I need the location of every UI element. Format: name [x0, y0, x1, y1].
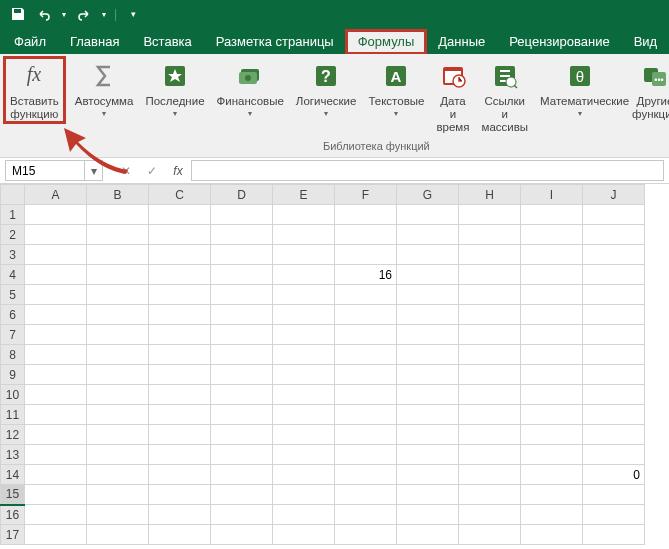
column-header[interactable]: B — [87, 185, 149, 205]
cell[interactable] — [583, 305, 645, 325]
cell[interactable] — [335, 325, 397, 345]
cell[interactable] — [397, 425, 459, 445]
cell[interactable] — [335, 405, 397, 425]
cell[interactable] — [87, 305, 149, 325]
row-header[interactable]: 14 — [1, 465, 25, 485]
cell[interactable] — [273, 465, 335, 485]
cell[interactable] — [583, 445, 645, 465]
cell[interactable] — [211, 405, 273, 425]
cell[interactable] — [25, 205, 87, 225]
cell[interactable] — [521, 245, 583, 265]
tab-data[interactable]: Данные — [426, 30, 497, 54]
cell[interactable] — [211, 225, 273, 245]
cell[interactable] — [273, 305, 335, 325]
cell[interactable] — [583, 285, 645, 305]
cell[interactable] — [273, 525, 335, 545]
cell[interactable] — [335, 505, 397, 525]
cell[interactable] — [87, 425, 149, 445]
row-header[interactable]: 8 — [1, 345, 25, 365]
cell[interactable] — [273, 405, 335, 425]
cell[interactable] — [273, 285, 335, 305]
cell[interactable] — [87, 265, 149, 285]
cell[interactable] — [25, 505, 87, 525]
financial-button[interactable]: Финансовые ▾ — [211, 57, 290, 136]
cell[interactable] — [149, 385, 211, 405]
recent-functions-button[interactable]: Последние ▾ — [139, 57, 210, 136]
cell[interactable] — [273, 265, 335, 285]
cell[interactable] — [25, 465, 87, 485]
column-header[interactable]: C — [149, 185, 211, 205]
cell[interactable] — [273, 425, 335, 445]
cell[interactable] — [87, 445, 149, 465]
cell[interactable] — [211, 445, 273, 465]
cell[interactable] — [521, 225, 583, 245]
cell[interactable] — [273, 225, 335, 245]
cell[interactable] — [273, 385, 335, 405]
cell[interactable] — [149, 485, 211, 505]
cell[interactable] — [459, 505, 521, 525]
cell[interactable] — [87, 345, 149, 365]
cell[interactable] — [211, 365, 273, 385]
tab-review[interactable]: Рецензирование — [497, 30, 621, 54]
cell[interactable] — [459, 285, 521, 305]
cell[interactable] — [583, 525, 645, 545]
cell[interactable] — [149, 305, 211, 325]
cell[interactable] — [583, 425, 645, 445]
qat-customize-button[interactable]: ▾ — [121, 2, 145, 26]
cell[interactable] — [25, 405, 87, 425]
cell[interactable] — [149, 405, 211, 425]
cell[interactable] — [459, 385, 521, 405]
row-header[interactable]: 12 — [1, 425, 25, 445]
cell[interactable] — [335, 205, 397, 225]
cell[interactable]: 16 — [335, 265, 397, 285]
cell[interactable] — [459, 265, 521, 285]
cell[interactable] — [521, 345, 583, 365]
cell[interactable] — [397, 505, 459, 525]
cell[interactable] — [149, 345, 211, 365]
more-functions-button[interactable]: ••• Другиефункции — [626, 57, 669, 136]
row-header[interactable]: 3 — [1, 245, 25, 265]
cell[interactable] — [335, 525, 397, 545]
cell[interactable] — [273, 345, 335, 365]
cell[interactable] — [521, 425, 583, 445]
cell[interactable] — [583, 385, 645, 405]
cell[interactable] — [87, 285, 149, 305]
tab-home[interactable]: Главная — [58, 30, 131, 54]
cell[interactable] — [583, 325, 645, 345]
cell[interactable] — [273, 445, 335, 465]
cell[interactable] — [583, 485, 645, 505]
cell[interactable] — [521, 265, 583, 285]
cell[interactable] — [211, 305, 273, 325]
cell[interactable] — [521, 385, 583, 405]
cell[interactable] — [335, 245, 397, 265]
cell[interactable] — [583, 225, 645, 245]
cell[interactable] — [211, 425, 273, 445]
cell[interactable] — [87, 405, 149, 425]
row-header[interactable]: 16 — [1, 505, 25, 525]
cell[interactable] — [521, 445, 583, 465]
cancel-formula-button[interactable]: ✕ — [113, 158, 139, 183]
cell[interactable] — [521, 305, 583, 325]
cell[interactable] — [87, 225, 149, 245]
cell[interactable] — [459, 205, 521, 225]
column-header[interactable]: E — [273, 185, 335, 205]
cell[interactable] — [149, 225, 211, 245]
cell[interactable] — [149, 265, 211, 285]
tab-insert[interactable]: Вставка — [131, 30, 203, 54]
cell[interactable] — [521, 365, 583, 385]
cell[interactable] — [397, 265, 459, 285]
cell[interactable] — [397, 285, 459, 305]
cell[interactable] — [397, 305, 459, 325]
undo-button[interactable] — [32, 2, 56, 26]
row-header[interactable]: 11 — [1, 405, 25, 425]
cell[interactable] — [459, 445, 521, 465]
column-header[interactable]: A — [25, 185, 87, 205]
math-button[interactable]: θ Математические ▾ — [534, 57, 626, 136]
cell[interactable] — [397, 365, 459, 385]
lookup-button[interactable]: Ссылки имассивы — [475, 57, 534, 136]
row-header[interactable]: 5 — [1, 285, 25, 305]
row-header[interactable]: 2 — [1, 225, 25, 245]
cell[interactable] — [459, 485, 521, 505]
cell[interactable] — [335, 305, 397, 325]
cell[interactable] — [397, 245, 459, 265]
